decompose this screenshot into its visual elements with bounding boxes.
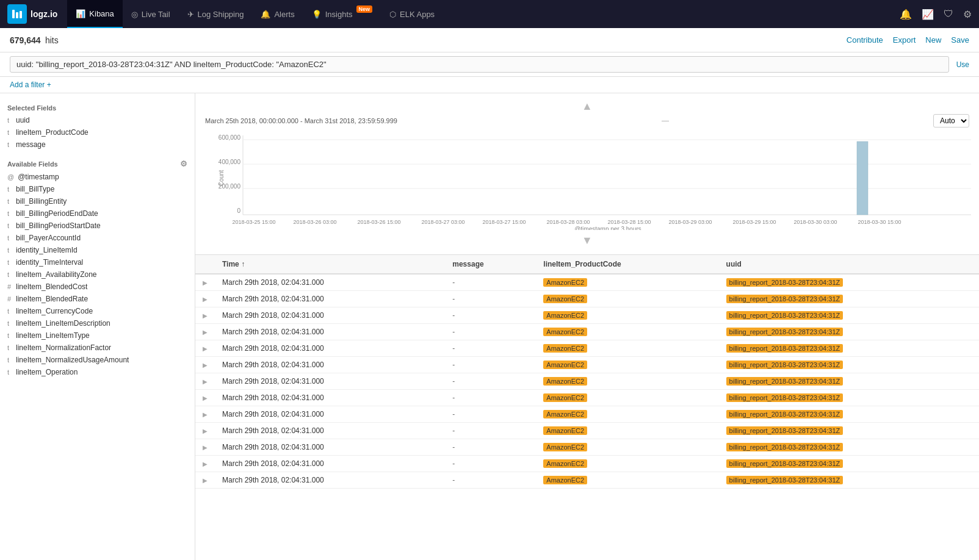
save-button[interactable]: Save — [951, 35, 969, 45]
uuid-cell: billing_report_2018-03-28T23:04:31Z — [719, 456, 979, 472]
nav-insights[interactable]: 💡 Insights New — [303, 0, 381, 28]
nav-livetail[interactable]: ◎ Live Tail — [123, 0, 179, 28]
field-bill-payeraccountid[interactable]: t bill_PayerAccountId — [0, 232, 195, 244]
field-bill-billingperiodenddate[interactable]: t bill_BillingPeriodEndDate — [0, 207, 195, 220]
svg-text:2018-03-28 15:00: 2018-03-28 15:00 — [607, 219, 651, 225]
table-row: ▶ March 29th 2018, 02:04:31.000 - Amazon… — [195, 472, 979, 489]
nav-kibana[interactable]: 📊 Kibana — [67, 0, 122, 28]
field-type-icon: t — [7, 259, 12, 266]
shield-icon[interactable]: 🛡 — [944, 9, 953, 20]
table-container: Time ↑ message lineItem_ProductCode uuid… — [195, 255, 979, 560]
nav-kibana-label: Kibana — [89, 9, 114, 18]
field-uuid[interactable]: t uuid — [0, 114, 195, 126]
row-expand-icon[interactable]: ▶ — [203, 362, 208, 368]
interval-select[interactable]: Auto 1m 5m 1h 3h 1d — [933, 114, 969, 127]
field-type-icon: t — [7, 246, 12, 254]
nav-elkapps[interactable]: ⬡ ELK Apps — [381, 0, 443, 28]
message-cell: - — [445, 423, 536, 439]
field-identity-timeinterval[interactable]: t identity_TimeInterval — [0, 256, 195, 268]
row-expand-icon[interactable]: ▶ — [203, 329, 208, 336]
field-name: lineItem_ProductCode — [16, 128, 187, 137]
product-cell: AmazonEC2 — [536, 439, 718, 456]
field-name: bill_BillingPeriodStartDate — [16, 221, 187, 230]
nav-alerts[interactable]: 🔔 Alerts — [252, 0, 303, 28]
table-row: ▶ March 29th 2018, 02:04:31.000 - Amazon… — [195, 390, 979, 406]
time-column-header[interactable]: Time ↑ — [215, 255, 445, 274]
bar-chart-icon[interactable]: 📈 — [922, 9, 934, 20]
product-cell: AmazonEC2 — [536, 472, 718, 489]
time-cell: March 29th 2018, 02:04:31.000 — [215, 472, 445, 489]
row-expand-icon[interactable]: ▶ — [203, 345, 208, 352]
table-header-row: Time ↑ message lineItem_ProductCode uuid — [195, 255, 979, 274]
row-expand-icon[interactable]: ▶ — [203, 312, 208, 319]
toolbar: 679,644 hits Contribute Export New Save — [0, 28, 979, 52]
lineitem-productcode-column-header[interactable]: lineItem_ProductCode — [536, 255, 718, 274]
field-lineitem-blendedrate[interactable]: # lineItem_BlendedRate — [0, 293, 195, 305]
message-cell: - — [445, 291, 536, 307]
settings-icon[interactable]: ⚙ — [963, 9, 972, 20]
logshipping-icon: ✈ — [187, 10, 194, 19]
product-cell: AmazonEC2 — [536, 423, 718, 439]
field-type-icon: t — [7, 368, 12, 376]
field-identity-lineitemid[interactable]: t identity_LineItemId — [0, 244, 195, 256]
available-fields-gear-icon[interactable]: ⚙ — [180, 159, 187, 168]
nav-logshipping[interactable]: ✈ Log Shipping — [179, 0, 253, 28]
field-name: lineItem_BlendedCost — [16, 282, 187, 291]
alert-bell-icon[interactable]: 🔔 — [900, 9, 912, 20]
field-lineitem-operation[interactable]: t lineItem_Operation — [0, 366, 195, 378]
field-bill-billtype[interactable]: t bill_BillType — [0, 183, 195, 195]
field-name: bill_BillingEntity — [16, 197, 187, 206]
row-expand-icon[interactable]: ▶ — [203, 477, 208, 484]
field-type-icon: t — [7, 271, 12, 278]
field-type-icon: t — [7, 117, 12, 124]
product-cell: AmazonEC2 — [536, 324, 718, 340]
field-timestamp[interactable]: @ @timestamp — [0, 171, 195, 183]
svg-text:2018-03-26 03:00: 2018-03-26 03:00 — [293, 219, 336, 225]
uuid-cell: billing_report_2018-03-28T23:04:31Z — [719, 357, 979, 373]
field-lineitem-lineitemdescription[interactable]: t lineItem_LineItemDescription — [0, 317, 195, 329]
top-nav: logz.io 📊 Kibana ◎ Live Tail ✈ Log Shipp… — [0, 0, 979, 28]
contribute-button[interactable]: Contribute — [847, 35, 883, 45]
use-lucene-link[interactable]: Use — [956, 60, 969, 69]
field-lineitem-normalizationfactor[interactable]: t lineItem_NormalizationFactor — [0, 342, 195, 354]
available-fields-list: @ @timestamp t bill_BillType t bill_Bill… — [0, 171, 195, 378]
field-name: bill_BillType — [16, 185, 187, 193]
message-column-header[interactable]: message — [445, 255, 536, 274]
search-input[interactable] — [10, 56, 949, 73]
add-filter-button[interactable]: Add a filter + — [10, 81, 51, 89]
uuid-column-header[interactable]: uuid — [719, 255, 979, 274]
field-type-icon: @ — [7, 173, 14, 181]
field-lineitem-availabilityzone[interactable]: t lineItem_AvailabilityZone — [0, 268, 195, 281]
field-message[interactable]: t message — [0, 138, 195, 151]
row-expand-icon[interactable]: ▶ — [203, 428, 208, 434]
export-button[interactable]: Export — [893, 35, 916, 45]
field-bill-billingperiodstartdate[interactable]: t bill_BillingPeriodStartDate — [0, 220, 195, 232]
row-expand-icon[interactable]: ▶ — [203, 444, 208, 451]
hits-label: hits — [45, 35, 59, 45]
logo[interactable]: logz.io — [7, 4, 57, 24]
insights-icon: 💡 — [312, 10, 322, 19]
row-expand-icon[interactable]: ▶ — [203, 461, 208, 467]
row-expand-icon[interactable]: ▶ — [203, 279, 208, 286]
message-cell: - — [445, 456, 536, 472]
time-cell: March 29th 2018, 02:04:31.000 — [215, 274, 445, 291]
field-lineitem-normalizedusageamount[interactable]: t lineItem_NormalizedUsageAmount — [0, 354, 195, 366]
svg-text:Count: Count — [218, 170, 225, 186]
new-button[interactable]: New — [925, 35, 941, 45]
chart-collapse-down-icon[interactable]: ▼ — [205, 234, 969, 247]
svg-text:2018-03-28 03:00: 2018-03-28 03:00 — [546, 219, 590, 225]
field-bill-billingentity[interactable]: t bill_BillingEntity — [0, 195, 195, 207]
chart-interval: Auto 1m 5m 1h 3h 1d — [933, 114, 969, 127]
chart-collapse-up-icon[interactable]: ▲ — [205, 101, 969, 112]
field-lineitem-blendedcost[interactable]: # lineItem_BlendedCost — [0, 281, 195, 293]
time-cell: March 29th 2018, 02:04:31.000 — [215, 357, 445, 373]
row-expand-icon[interactable]: ▶ — [203, 395, 208, 401]
content-area: ▲ March 25th 2018, 00:00:00.000 - March … — [195, 93, 979, 560]
field-lineitem-currencycode[interactable]: t lineItem_CurrencyCode — [0, 305, 195, 317]
row-expand-icon[interactable]: ▶ — [203, 296, 208, 303]
field-lineitem-productcode[interactable]: t lineItem_ProductCode — [0, 126, 195, 138]
field-lineitem-lineitemtype[interactable]: t lineItem_LineItemType — [0, 329, 195, 342]
row-expand-icon[interactable]: ▶ — [203, 411, 208, 418]
row-expand-icon[interactable]: ▶ — [203, 378, 208, 385]
histogram-chart: 600,000 400,000 200,000 0 — [217, 132, 974, 230]
